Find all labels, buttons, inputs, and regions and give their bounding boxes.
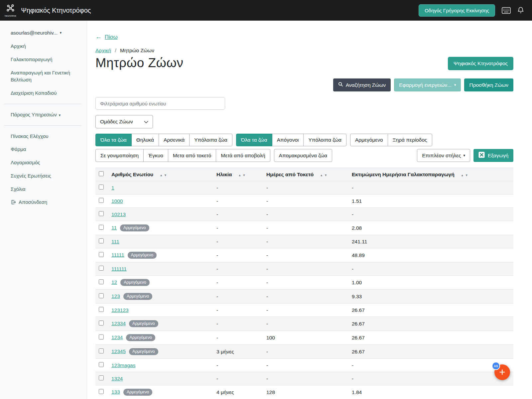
row-checkbox[interactable] [99,362,104,367]
sort-arrows-icon[interactable]: ▲▼ [319,174,327,177]
animal-link[interactable]: 12 [111,279,117,285]
digital-farmer-button[interactable]: Ψηφιακός Κτηνοτρόφος [448,57,513,70]
select-all-checkbox[interactable] [99,171,104,176]
add-animals-button[interactable]: Προσθήκη Ζώων [464,78,513,91]
animal-link[interactable]: 1000 [111,198,123,204]
animal-link[interactable]: 111 [111,239,119,244]
filter-offspring[interactable]: Απόγονοι [272,134,304,146]
sidebar-item-home[interactable]: Αρχική [11,40,81,53]
row-checkbox[interactable] [99,334,104,339]
avatar[interactable]: AS [492,362,500,370]
filter-female[interactable]: Θηλυκά [131,134,159,146]
filter-milking[interactable]: Αρμεγόμενο [350,134,388,146]
row-checkbox[interactable] [99,211,104,216]
row-checkbox[interactable] [99,252,104,257]
row-checkbox[interactable] [99,266,104,271]
breadcrumb-home-link[interactable]: Αρχική [95,48,111,53]
animal-groups-dropdown[interactable]: Ομάδες Ζώων [95,115,153,128]
export-button[interactable]: Εξαγωγή [473,149,513,162]
row-checkbox[interactable] [99,307,104,312]
column-header-age[interactable]: Ηλικία▲▼ [212,168,262,181]
age-cell: - [212,304,262,317]
animal-link[interactable]: 1324 [111,376,123,381]
sidebar-item-logout[interactable]: Αποσύνδεση [11,196,81,210]
row-checkbox[interactable] [99,375,104,380]
column-header-tag-number[interactable]: Αριθμός Ενωτίου▲▼ [107,168,212,181]
sidebar-item-account[interactable]: Λογαριασμός [11,156,81,169]
animal-link[interactable]: 12345 [111,348,126,354]
milk-cell: - [348,181,513,195]
table-row: 1--- [95,181,513,195]
row-checkbox-cell [95,372,107,385]
quick-start-button[interactable]: Οδηγός Γρήγορης Εκκίνησης [419,4,495,17]
filter-pregnant[interactable]: Έγκυο [143,149,168,162]
filter-post-abortion[interactable]: Μετά από αποβολή [216,149,270,162]
row-checkbox[interactable] [99,198,104,203]
sidebar-item-feedback[interactable]: Σχόλια [11,183,81,196]
filter-male[interactable]: Αρσενικά [159,134,190,146]
animal-link[interactable]: 123123 [111,307,129,313]
back-link[interactable]: Πίσω [105,34,118,40]
row-checkbox[interactable] [99,389,104,394]
keyboard-icon[interactable] [502,7,511,14]
row-checkbox-cell [95,181,107,195]
animal-link[interactable]: 123magas [111,362,135,368]
animal-link[interactable]: 133 [111,389,120,395]
user-email: asourlas@neurohiv... [11,30,58,36]
filter-all-animals-2[interactable]: Όλα τα ζώα [236,134,272,146]
sort-arrows-icon[interactable]: ▲▼ [460,174,468,177]
filter-other-animals[interactable]: Υπόλοιπα ζώα [189,134,232,146]
bell-icon[interactable] [517,7,524,14]
export-label: Εξαγωγή [488,153,508,159]
animal-link[interactable]: 12334 [111,321,126,326]
filter-in-insemination[interactable]: Σε γονιμοποίηση [95,149,144,162]
animal-link[interactable]: 123 [111,293,120,299]
sidebar: asourlas@neurohiv... ▾ ΑρχικήΓαλακτοπαρα… [0,21,87,399]
row-checkbox[interactable] [99,321,104,326]
filter-dry-period[interactable]: Ξηρά περίοδος [388,134,432,146]
animal-link[interactable]: 111111 [111,266,127,272]
row-checkbox[interactable] [99,293,104,298]
milking-badge: Αρμεγόμενο [129,320,158,327]
apply-actions-button[interactable]: Εφαρμογή ενεργειών... ▾ [394,78,461,91]
animal-link[interactable]: 11 [111,225,117,230]
sidebar-item-milk-production[interactable]: Γαλακτοπαραγωγή [11,53,81,66]
column-header-days-from-calving[interactable]: Ημέρες από Τοκετό▲▼ [262,168,348,181]
tag-filter-input[interactable] [95,97,225,110]
filter-post-calving[interactable]: Μετα από τοκετό [168,149,216,162]
user-account-menu[interactable]: asourlas@neurohiv... ▾ [11,29,81,40]
row-checkbox[interactable] [99,279,104,284]
sort-arrows-icon[interactable]: ▲▼ [237,174,246,177]
filter-removed-animals[interactable]: Απομακρυσμένα ζώα [274,149,332,162]
sidebar-item-farm[interactable]: Φάρμα [11,143,81,156]
animal-link[interactable]: 10213 [111,211,126,217]
extra-columns-button[interactable]: Επιπλέον στήλες ▾ [417,149,470,162]
sort-arrows-icon[interactable]: ▲▼ [158,174,167,177]
age-cell: - [212,235,262,248]
row-checkbox[interactable] [99,238,104,243]
column-header-estimated-daily-milk[interactable]: Εκτιμώμενη Ημερήσια Γαλακτοπαραγωγή▲▼ [348,168,513,181]
sidebar-item-dashboard[interactable]: Πίνακας Ελέγχου [11,130,81,143]
sidebar-item-faq[interactable]: Συχνές Ερωτήσεις [11,169,81,183]
filter-row-2-groups: Σε γονιμοποίησηΈγκυοΜετα από τοκετόΜετά … [95,149,336,162]
sidebar-item-service-provider[interactable]: Πάροχος Υπηρεσιών▾ [11,108,81,121]
days-from-calving-cell: - [262,304,348,317]
filter-button-group: Όλα τα ζώαΘηλυκάΑρσενικάΥπόλοιπα ζώα [95,134,232,146]
filter-all-animals[interactable]: Όλα τα ζώα [95,134,132,146]
topbar: neurohive Ψηφιακός Κτηνοτρόφος Οδηγός Γρ… [0,0,532,21]
table-row: 12Αρμεγόμενο--1.00 [95,276,513,290]
animal-link[interactable]: 1234 [111,334,123,340]
sidebar-item-herd-management[interactable]: Διαχείριση Κοπαδιού [11,86,81,100]
row-checkbox[interactable] [99,348,104,353]
age-cell: - [212,248,262,262]
animal-link[interactable]: 1 [111,185,114,191]
row-checkbox[interactable] [99,185,104,190]
filter-other-animals-2[interactable]: Υπόλοιπα ζώα [303,134,346,146]
row-checkbox[interactable] [99,225,104,230]
sidebar-item-reproduction-genetics[interactable]: Αναπαραγωγή και Γενετική Βελτίωση [11,66,81,87]
animal-link[interactable]: 11111 [111,252,124,258]
sidebar-item-label: Αναπαραγωγή και Γενετική Βελτίωση [11,70,70,83]
table-row: 111111--- [95,262,513,276]
table-row: 123magas--- [95,359,513,372]
search-animals-button[interactable]: Αναζήτηση Ζώων [333,78,391,91]
